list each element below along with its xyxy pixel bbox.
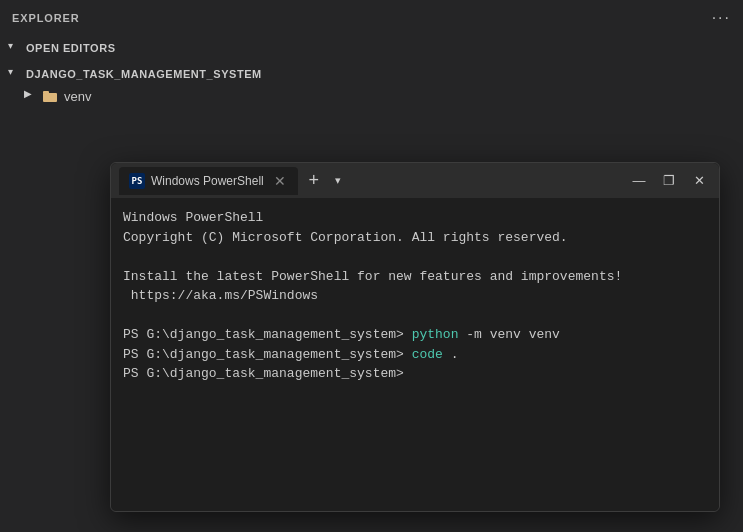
powershell-icon: PS (129, 173, 145, 189)
svg-rect-1 (43, 91, 49, 94)
terminal-line-4: Install the latest PowerShell for new fe… (123, 267, 707, 287)
terminal-dropdown-button[interactable]: ▾ (326, 169, 350, 193)
folder-venv[interactable]: ▶ venv (0, 85, 743, 107)
open-editors-label: OPEN EDITORS (26, 42, 116, 54)
new-terminal-button[interactable]: + (302, 169, 326, 193)
terminal-tab-label: Windows PowerShell (151, 174, 264, 188)
terminal-body[interactable]: Windows PowerShell Copyright (C) Microso… (111, 198, 719, 511)
project-header[interactable]: ▾ DJANGO_TASK_MANAGEMENT_SYSTEM (0, 63, 743, 85)
sidebar-more-button[interactable]: ··· (712, 9, 731, 27)
terminal-line-2: Copyright (C) Microsoft Corporation. All… (123, 228, 707, 248)
open-editors-chevron: ▾ (8, 40, 24, 56)
terminal-line-7: PS G:\django_task_management_system> pyt… (123, 325, 707, 345)
terminal-tab-powershell[interactable]: PS Windows PowerShell ✕ (119, 167, 298, 195)
flag-m: -m (458, 327, 489, 342)
terminal-line-8: PS G:\django_task_management_system> cod… (123, 345, 707, 365)
terminal-line-1: Windows PowerShell (123, 208, 707, 228)
venv-args: venv venv (490, 327, 560, 342)
terminal-line-9: PS G:\django_task_management_system> (123, 364, 707, 384)
sidebar-title: EXPLORER (12, 12, 80, 24)
terminal-line-3 (123, 247, 707, 267)
terminal-window-controls: — ❐ ✕ (627, 169, 711, 193)
close-button[interactable]: ✕ (687, 169, 711, 193)
terminal-line-6 (123, 306, 707, 326)
terminal-line-5: https://aka.ms/PSWindows (123, 286, 707, 306)
folder-icon (42, 88, 58, 104)
sidebar-header: EXPLORER ··· (0, 0, 743, 35)
terminal-window: PS Windows PowerShell ✕ + ▾ — ❐ ✕ Window… (110, 162, 720, 512)
python-keyword: python (412, 327, 459, 342)
section-project: ▾ DJANGO_TASK_MANAGEMENT_SYSTEM ▶ venv (0, 61, 743, 109)
section-open-editors: ▾ OPEN EDITORS (0, 35, 743, 61)
dot-arg: . (443, 347, 459, 362)
code-keyword: code (412, 347, 443, 362)
venv-chevron: ▶ (24, 88, 40, 104)
prompt-2: PS G:\django_task_management_system> (123, 347, 412, 362)
terminal-tab-close-button[interactable]: ✕ (272, 173, 288, 189)
project-label: DJANGO_TASK_MANAGEMENT_SYSTEM (26, 68, 262, 80)
svg-rect-0 (43, 93, 57, 102)
venv-folder-name: venv (64, 89, 91, 104)
prompt-1: PS G:\django_task_management_system> (123, 327, 412, 342)
maximize-button[interactable]: ❐ (657, 169, 681, 193)
open-editors-header[interactable]: ▾ OPEN EDITORS (0, 37, 743, 59)
project-chevron: ▾ (8, 66, 24, 82)
minimize-button[interactable]: — (627, 169, 651, 193)
terminal-titlebar: PS Windows PowerShell ✕ + ▾ — ❐ ✕ (111, 163, 719, 198)
